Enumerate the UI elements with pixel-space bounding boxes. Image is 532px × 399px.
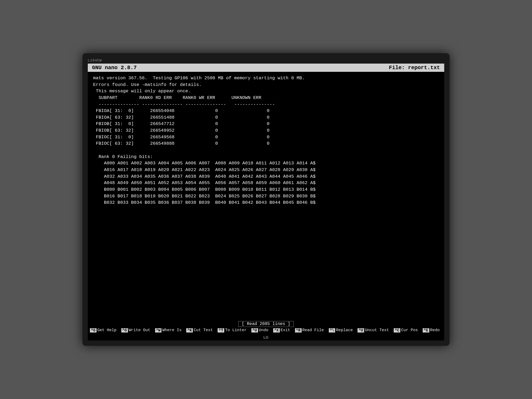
bits-rows: A000 A001 A002 A003 A004 A005 A006 A007 … <box>93 160 439 206</box>
shortcut-gethelp[interactable]: ^G Get Help <box>90 328 117 332</box>
shortcut-curpos[interactable]: ^C Cur Pos <box>394 328 418 332</box>
shortcut-label-curpos: Cur Pos <box>401 328 418 332</box>
data-rows: FBIOA[ 31: 0] 266554048 0 0 FBIOA[ 63: 3… <box>93 108 439 147</box>
shortcut-label-replace: Replace <box>336 328 353 332</box>
lg-logo-label: LG <box>88 334 444 340</box>
shortcut-key-whereis: ^W <box>155 328 162 332</box>
shortcut-label-readfile: Read File <box>302 328 324 332</box>
data-row-1: FBIOA[ 63: 32] 266551488 0 0 <box>93 114 439 121</box>
shortcut-label-tolinter: To Linter <box>225 328 247 332</box>
title-bar: GNU nano 2.8.7 File: report.txt <box>88 64 444 72</box>
nano-version: GNU nano 2.8.7 <box>92 65 137 71</box>
failing-bits-header: Rank 0 Failing bits: <box>93 154 439 160</box>
shortcut-redo[interactable]: ^E Redo <box>423 328 440 332</box>
shortcut-whereis[interactable]: ^W Where Is <box>155 328 182 332</box>
data-row-2: FBIOB[ 31: 0] 266547712 0 0 <box>93 121 439 127</box>
shortcut-key-replace: ^\ <box>329 328 335 332</box>
bits-row-4: B000 B001 B002 B003 B004 B005 B006 B007 … <box>93 186 439 193</box>
file-name: File: report.txt <box>389 65 440 71</box>
shortcut-tolinter[interactable]: ^T To Linter <box>218 328 247 332</box>
shortcut-key-exit: ^X <box>273 328 280 332</box>
empty-line <box>93 147 439 154</box>
bits-row-0: A000 A001 A002 A003 A004 A005 A006 A007 … <box>93 160 439 167</box>
content-header: SUBPART RANK0 RD ERR RANK0 WR ERR UNKNOW… <box>93 95 439 101</box>
data-row-5: FBIOC[ 63: 32] 266549888 0 0 <box>93 140 439 147</box>
shortcut-key-gethelp: ^G <box>90 328 97 332</box>
shortcut-label-whereis: Where Is <box>162 328 181 332</box>
data-row-0: FBIOA[ 31: 0] 266554048 0 0 <box>93 108 439 114</box>
bits-row-5: B016 B017 B018 B019 B020 B021 B022 B023 … <box>93 193 439 200</box>
shortcut-key-undo: ^U <box>251 328 258 332</box>
shortcut-label-uncuttext: Uncut Text <box>365 328 389 332</box>
screen: GNU nano 2.8.7 File: report.txt mats ver… <box>88 64 444 340</box>
shortcut-writeout[interactable]: ^O Write Out <box>121 328 150 332</box>
shortcut-label-writeout: Write Out <box>129 328 150 332</box>
shortcut-label-redo: Redo <box>430 328 440 332</box>
terminal-content: mats version 367.56. Testing GP106 with … <box>88 72 444 321</box>
shortcut-key-uncuttext: ^U <box>358 328 364 332</box>
shortcut-replace[interactable]: ^\ Replace <box>329 328 353 332</box>
content-line1: mats version 367.56. Testing GP106 with … <box>93 75 439 82</box>
shortcut-exit[interactable]: ^X Exit <box>273 328 290 332</box>
shortcut-cuttext[interactable]: ^K Cut Text <box>186 328 213 332</box>
shortcut-key-readfile: ^R <box>295 328 302 332</box>
shortcut-undo[interactable]: ^U Undo <box>251 328 268 332</box>
shortcut-label-undo: Undo <box>259 328 268 332</box>
shortcut-key-tolinter: ^T <box>218 328 224 332</box>
shortcut-readfile[interactable]: ^R Read File <box>295 328 324 332</box>
status-bar: [ Read 2085 lines ] <box>88 321 444 327</box>
data-row-3: FBIOB[ 63: 32] 266549952 0 0 <box>93 127 439 134</box>
shortcut-key-curpos: ^C <box>394 328 400 332</box>
shortcut-key-cuttext: ^K <box>186 328 193 332</box>
shortcut-key-redo: ^E <box>423 328 429 332</box>
shortcut-uncuttext[interactable]: ^U Uncut Text <box>358 328 389 332</box>
shortcut-bar: ^G Get Help ^O Write Out ^W Where Is ^K … <box>88 327 444 334</box>
shortcut-label-cuttext: Cut Text <box>194 328 213 332</box>
shortcut-label-exit: Exit <box>281 328 290 332</box>
shortcut-key-writeout: ^O <box>121 328 128 332</box>
data-row-4: FBIOC[ 31: 0] 266549568 0 0 <box>93 134 439 141</box>
status-text: [ Read 2085 lines ] <box>238 321 294 327</box>
monitor-model-label: L194CW <box>88 59 102 63</box>
content-divider: --------------- --------------- --------… <box>93 101 439 108</box>
bits-row-1: A016 A017 A018 A019 A020 A021 A022 A023 … <box>93 167 439 173</box>
monitor: L194CW GNU nano 2.8.7 File: report.txt m… <box>82 53 450 346</box>
bits-row-6: B032 B033 B034 B035 B036 B037 B038 B039 … <box>93 200 439 206</box>
content-line3: This message will only appear once. <box>93 88 439 95</box>
bits-row-3: A048 A049 A050 A051 A052 A053 A054 A055 … <box>93 180 439 186</box>
bits-row-2: A032 A033 A034 A035 A036 A037 A038 A039 … <box>93 173 439 180</box>
content-line2: Errors found. Use -matsinfo for details. <box>93 82 439 88</box>
shortcut-label-gethelp: Get Help <box>97 328 117 332</box>
